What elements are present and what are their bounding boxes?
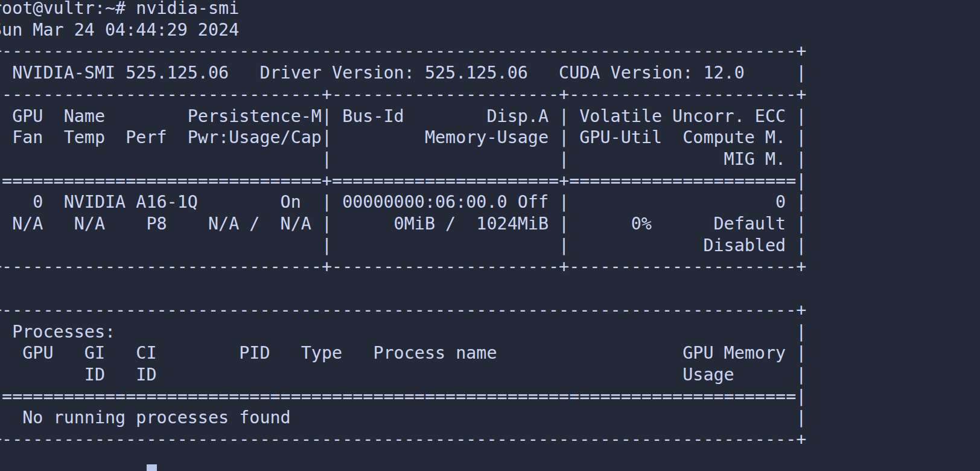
terminal-output: root@vultr:~# nvidia-smi Sun Mar 24 04:4… xyxy=(0,0,806,450)
terminal[interactable]: root@vultr:~# nvidia-smi Sun Mar 24 04:4… xyxy=(0,0,980,471)
terminal-cursor xyxy=(147,464,157,471)
